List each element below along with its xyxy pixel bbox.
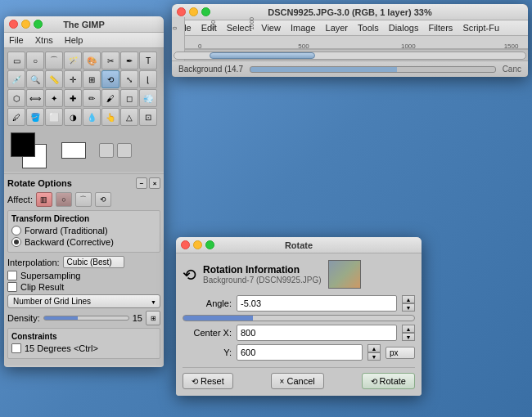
canc-label: Canc [503,65,521,74]
menu-help[interactable]: Help [63,34,85,46]
img-menu-dialogs[interactable]: Dialogs [387,22,421,34]
center-y-input[interactable]: 600 [237,344,363,361]
tool-flip[interactable]: ⟺ [26,89,44,107]
tool-shear[interactable]: ⌊ [139,70,157,88]
tool-blend[interactable]: ⬜ [45,108,63,126]
affect-path-btn[interactable]: ⌒ [75,192,92,207]
tool-magnify[interactable]: 🔍 [26,70,44,88]
horizontal-scrollbar[interactable] [172,49,528,61]
tool-fill[interactable]: 🪣 [26,108,44,126]
tool-text[interactable]: T [139,52,157,70]
quick-mask[interactable] [61,142,86,159]
constraints-title: Constraints [11,332,156,341]
tool-align[interactable]: ⊞ [83,70,101,88]
forward-radio-row[interactable]: Forward (Traditional) [11,226,156,235]
reset-icon: ⟲ [192,377,198,386]
unit-select[interactable]: px [385,347,415,359]
tool-move[interactable]: ✛ [64,70,82,88]
angle-slider[interactable] [183,315,415,321]
mode-btn-2[interactable] [117,143,132,158]
backward-radio[interactable] [11,237,21,247]
scrollbar-track-h[interactable] [174,52,526,60]
reset-button[interactable]: ⟲ Reset [183,373,233,389]
tool-color-picker[interactable]: 💉 [7,70,25,88]
tool-rotate[interactable]: ⟲ [101,70,119,88]
img-menu-view[interactable]: View [259,22,282,34]
tool-free-select[interactable]: ⌒ [45,52,63,70]
supersampling-checkbox[interactable] [7,271,17,280]
tool-perspective[interactable]: ⬡ [7,89,25,107]
tool-scale[interactable]: ⤡ [120,70,138,88]
degrees-label: 15 Degrees <Ctrl> [25,343,98,353]
tool-by-color[interactable]: 🎨 [83,52,101,70]
grid-lines-dropdown[interactable]: Number of Grid Lines [7,294,160,308]
img-menu-image[interactable]: Image [289,22,318,34]
minimize-button[interactable] [21,20,30,29]
tool-rect-select[interactable]: ▭ [7,52,25,70]
tool-airbrush[interactable]: 💨 [139,89,157,107]
tool-heal[interactable]: ✚ [64,89,82,107]
img-menu-filters[interactable]: Filters [426,22,454,34]
tool-paintbrush[interactable]: 🖌 [101,89,119,107]
cancel-button[interactable]: × Cancel [271,373,324,389]
center-y-spin-down[interactable]: ▼ [367,352,381,361]
tool-blur[interactable]: 💧 [83,108,101,126]
tool-pencil[interactable]: ✏ [83,89,101,107]
rotate-min-btn[interactable] [193,240,202,249]
menu-xtns[interactable]: Xtns [34,34,55,46]
tools-grid: ▭ ○ ⌒ 🪄 🎨 ✂ ✒ T 💉 🔍 📏 ✛ ⊞ ⟲ ⤡ ⌊ ⬡ ⟺ ✦ ✚ … [4,48,164,129]
affect-selection-btn[interactable]: ○ [56,192,72,207]
tool-scissors[interactable]: ✂ [101,52,119,70]
tool-ellipse-select[interactable]: ○ [26,52,44,70]
img-menu-scriptfu[interactable]: Script-Fu [461,22,501,34]
rotate-max-btn[interactable] [205,240,214,249]
img-menu-tools[interactable]: Tools [356,22,381,34]
density-slider[interactable] [43,316,129,321]
menu-file[interactable]: File [7,34,25,46]
mode-btn-1[interactable] [99,143,114,158]
tool-crop[interactable]: ⊡ [139,108,157,126]
tool-clone[interactable]: ✦ [45,89,63,107]
interpolation-select[interactable]: Cubic (Best) [63,256,124,268]
panel-minimize-icon[interactable]: − [136,177,147,189]
forward-radio[interactable] [11,226,21,235]
center-x-spin-up[interactable]: ▲ [402,325,415,333]
rotate-button[interactable]: ⟲ Rotate [362,373,415,389]
scrollbar-thumb-h[interactable] [210,52,315,59]
center-x-spin-down[interactable]: ▼ [402,333,415,341]
img-menu-layer[interactable]: Layer [324,22,350,34]
rotate-dialog-title: Rotate [285,240,313,250]
tool-paths[interactable]: ✒ [120,52,138,70]
angle-row: Angle: -5.03 ▲ ▼ [183,295,415,312]
affect-guide-btn[interactable]: ⟲ [95,192,111,207]
tool-ink[interactable]: 🖊 [7,108,25,126]
clip-result-checkbox[interactable] [7,282,17,292]
forward-label: Forward (Traditional) [25,226,108,235]
tool-sharpen[interactable]: △ [120,108,138,126]
maximize-button[interactable] [34,20,43,29]
tool-smudge[interactable]: 👆 [101,108,119,126]
center-x-input[interactable]: 800 [237,325,397,341]
cancel-icon: × [280,377,285,386]
image-min-btn[interactable] [189,7,198,16]
angle-input[interactable]: -5.03 [237,295,397,312]
angle-spin-up[interactable]: ▲ [402,295,415,303]
image-close-btn[interactable] [177,7,186,16]
layer-name: Background-7 (DSCN9925.JPG) [203,276,322,285]
close-button[interactable] [9,20,18,29]
tool-eraser[interactable]: ◻ [120,89,138,107]
density-spin[interactable]: ⊞ [146,311,160,325]
tool-fuzzy-select[interactable]: 🪄 [64,52,82,70]
supersampling-row: Supersampling [7,271,160,280]
image-max-btn[interactable] [201,7,210,16]
tool-dodge[interactable]: ◑ [64,108,82,126]
rotate-close-btn[interactable] [181,240,190,249]
affect-layer-btn[interactable]: ▥ [36,192,52,207]
foreground-color[interactable] [11,132,35,157]
angle-spin-down[interactable]: ▼ [402,303,415,312]
tool-measure[interactable]: 📏 [45,70,63,88]
center-y-spin-up[interactable]: ▲ [367,344,381,352]
panel-close-icon[interactable]: × [149,177,160,189]
degrees-checkbox[interactable] [11,343,21,353]
backward-radio-row[interactable]: Backward (Corrective) [11,237,156,247]
